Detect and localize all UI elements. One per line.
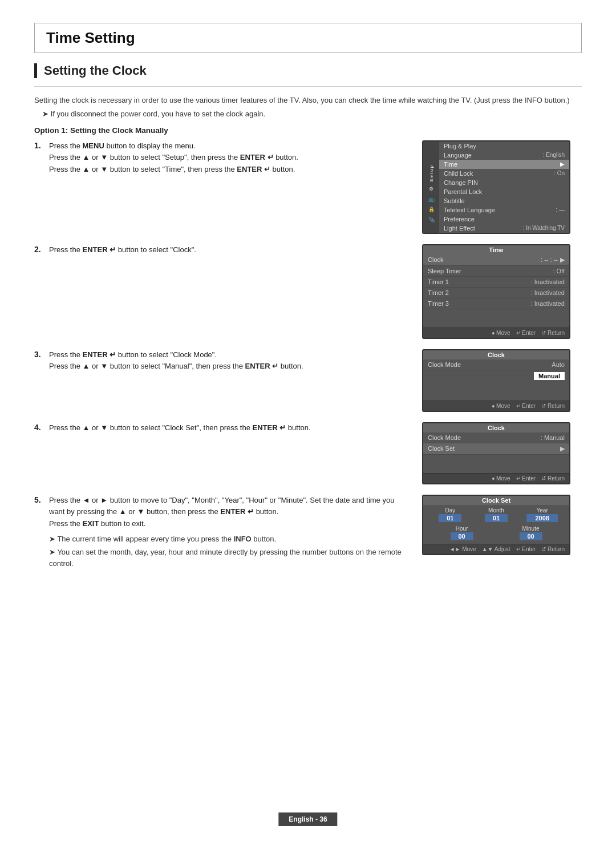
month-label: Month	[488, 507, 504, 514]
step-1-text: 1. Press the MENU button to display the …	[34, 140, 411, 178]
step-4-text: 4. Press the ▲ or ▼ button to select "Cl…	[34, 422, 411, 436]
row-timer1: Timer 1 : Inactivated	[423, 277, 569, 288]
menu-time: Time ▶	[439, 160, 569, 169]
step-2-content: Press the ENTER ↵ button to select "Cloc…	[49, 244, 411, 256]
step-4-content: Press the ▲ or ▼ button to select "Clock…	[49, 422, 411, 434]
screen-5-footer: ◄► Move ▲▼ Adjust ↵ Enter ↺ Return	[423, 544, 569, 554]
step-5-notes: The current time will appear every time …	[49, 533, 411, 570]
step-2-row: 2. Press the ENTER ↵ button to select "C…	[34, 244, 582, 339]
tv-screen-1: Setup ⚙ 📺 🔒 📎 Plug & Play Language : Eng…	[422, 140, 570, 234]
menu-plug-play: Plug & Play	[439, 142, 569, 151]
month-field: Month 01	[474, 507, 519, 522]
step-1-content: Press the MENU button to display the men…	[49, 140, 411, 176]
screen-4-title: Clock	[423, 423, 569, 432]
menu-change-pin: Change PIN	[439, 178, 569, 187]
step-3-number: 3.	[34, 350, 44, 373]
row-clock-mode-manual: Clock Mode : Manual	[423, 432, 569, 443]
step-5-text: 5. Press the ◄ or ► button to move to "D…	[34, 495, 411, 574]
step-1-number: 1.	[34, 141, 44, 176]
step-2-text: 2. Press the ENTER ↵ button to select "C…	[34, 244, 411, 258]
year-value: 2008	[526, 514, 558, 522]
step-4-row: 4. Press the ▲ or ▼ button to select "Cl…	[34, 422, 582, 484]
page-number: English - 36	[278, 812, 337, 826]
step-5-row: 5. Press the ◄ or ► button to move to "D…	[34, 495, 582, 574]
year-label: Year	[537, 507, 548, 514]
row-clock-set-empty: Manual	[423, 370, 569, 382]
tv-screen-5: Clock Set Day 01 Month 01 Year 2008	[422, 495, 570, 555]
month-value: 01	[485, 514, 508, 522]
screen-4-footer: ♦ Move ↵ Enter ↺ Return	[423, 473, 569, 483]
step-5-content: Press the ◄ or ► button to move to "Day"…	[49, 495, 411, 572]
year-field: Year 2008	[520, 507, 565, 522]
note-2: You can set the month, day, year, hour a…	[49, 547, 411, 571]
step-3-content: Press the ENTER ↵ button to select "Cloc…	[49, 349, 411, 373]
menu-preference: Preference	[439, 215, 569, 224]
hour-label: Hour	[456, 525, 468, 532]
step-1-row: 1. Press the MENU button to display the …	[34, 140, 582, 234]
tv-screen-3: Clock Clock Mode Auto Manual ♦ Move ↵ En…	[422, 349, 570, 412]
minute-label: Minute	[522, 525, 539, 532]
step-4-number: 4.	[34, 423, 44, 434]
day-label: Day	[445, 507, 455, 514]
step-2-number: 2.	[34, 245, 44, 256]
menu-subtitle: Subtitle	[439, 196, 569, 205]
tv-screen-2: Time Clock : -- : -- ▶ Sleep Timer : Off…	[422, 244, 570, 339]
option-heading: Option 1: Setting the Clock Manually	[34, 126, 582, 135]
minute-value: 00	[520, 532, 542, 540]
menu-child-lock: Child Lock : On	[439, 169, 569, 178]
hour-value: 00	[451, 532, 473, 540]
row-clock-set: Clock Set ▶	[423, 443, 569, 455]
step-3-row: 3. Press the ENTER ↵ button to select "C…	[34, 349, 582, 412]
row-sleep-timer: Sleep Timer : Off	[423, 266, 569, 277]
intro-text: Setting the clock is necessary in order …	[34, 95, 582, 106]
section-heading-box: Setting the Clock	[34, 63, 582, 78]
day-field: Day 01	[428, 507, 473, 522]
row-clock: Clock : -- : -- ▶	[423, 254, 569, 266]
page-title-box: Time Setting	[34, 23, 582, 53]
row-timer2: Timer 2 : Inactivated	[423, 288, 569, 298]
step-5-number: 5.	[34, 495, 44, 572]
page-footer: English - 36	[278, 812, 337, 826]
section-heading: Setting the Clock	[44, 63, 147, 78]
date-fields: Day 01 Month 01 Year 2008	[423, 505, 569, 524]
hour-field: Hour 00	[428, 525, 496, 540]
menu-parental-lock: Parental Lock	[439, 187, 569, 196]
screen-3-title: Clock	[423, 350, 569, 359]
time-fields: Hour 00 Minute 00	[423, 524, 569, 543]
tv-screen-4: Clock Clock Mode : Manual Clock Set ▶ ♦ …	[422, 422, 570, 484]
step-5-screen: Clock Set Day 01 Month 01 Year 2008	[422, 495, 582, 555]
screen-2-footer: ♦ Move ↵ Enter ↺ Return	[423, 328, 569, 338]
screen-5-title: Clock Set	[423, 496, 569, 505]
day-value: 01	[439, 514, 461, 522]
note-1: The current time will appear every time …	[49, 533, 411, 545]
step-2-screen: Time Clock : -- : -- ▶ Sleep Timer : Off…	[422, 244, 582, 339]
step-1-screen: Setup ⚙ 📺 🔒 📎 Plug & Play Language : Eng…	[422, 140, 582, 234]
row-timer3: Timer 3 : Inactivated	[423, 298, 569, 309]
note-line: If you disconnect the power cord, you ha…	[42, 110, 582, 118]
sidebar-label: Setup	[429, 164, 434, 182]
menu-language: Language : English	[439, 151, 569, 160]
minute-field: Minute 00	[497, 525, 565, 540]
row-clock-mode: Clock Mode Auto	[423, 359, 569, 370]
screen-2-title: Time	[423, 245, 569, 254]
screen-3-footer: ♦ Move ↵ Enter ↺ Return	[423, 401, 569, 411]
page-title: Time Setting	[46, 29, 135, 46]
menu-teletext: Teletext Language : —	[439, 205, 569, 215]
step-4-screen: Clock Clock Mode : Manual Clock Set ▶ ♦ …	[422, 422, 582, 484]
steps-area: 1. Press the MENU button to display the …	[34, 140, 582, 584]
step-3-text: 3. Press the ENTER ↵ button to select "C…	[34, 349, 411, 375]
menu-light-effect: Light Effect : In Watching TV	[439, 224, 569, 233]
step-3-screen: Clock Clock Mode Auto Manual ♦ Move ↵ En…	[422, 349, 582, 412]
